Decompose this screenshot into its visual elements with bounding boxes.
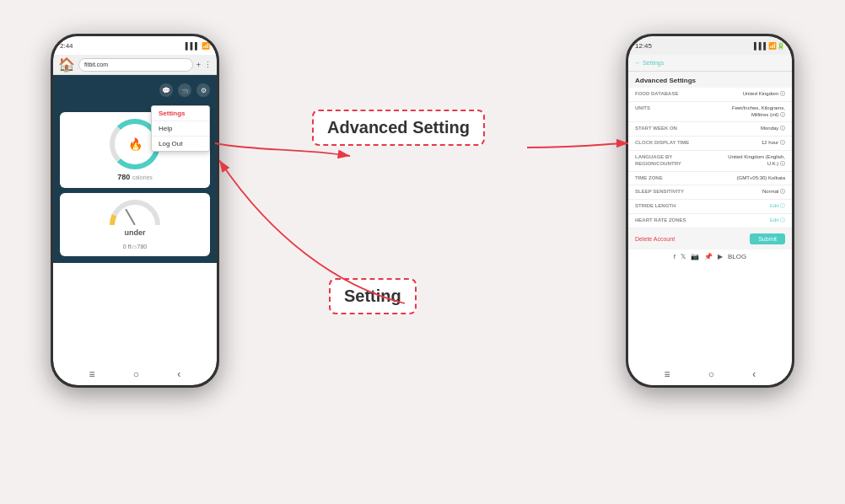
gauge-container: under 0 ft vs 780 [67, 200, 203, 249]
menu-logout[interactable]: Log Out [152, 137, 209, 151]
right-nav-menu[interactable]: ≡ [665, 368, 670, 380]
settings-footer: Delete Account Submit [628, 228, 792, 249]
menu-icon[interactable]: ⋮ [204, 61, 212, 69]
menu-settings[interactable]: Settings [152, 106, 209, 121]
left-phone: 2:44 ▌▌▌ 📶 🏠 fitbit.com + ⋮ 💬 📹 ⚙ Settin… [51, 34, 219, 388]
row-label-units: UNITS [635, 105, 650, 112]
submit-button[interactable]: Submit [750, 233, 785, 244]
url-text: fitbit.com [84, 62, 108, 67]
blog-link[interactable]: BLOG [728, 253, 746, 260]
left-nav-back[interactable]: ‹ [177, 368, 180, 380]
annotation-top-text: Advanced Setting [327, 118, 470, 137]
instagram-icon[interactable]: 📷 [691, 253, 699, 260]
right-phone-screen: 12:45 ▌▌▌📶🔋 ← Settings Advanced Settings… [628, 36, 792, 385]
row-label-food: FOOD DATABASE [635, 91, 678, 98]
row-label-timezone: TIME ZONE [635, 175, 663, 182]
activity-label: under [124, 228, 145, 237]
browser-bar: 🏠 fitbit.com + ⋮ [53, 55, 217, 75]
right-nav-back[interactable]: ‹ [752, 368, 756, 380]
row-value-stride[interactable]: Edit ⓘ [770, 203, 785, 210]
pinterest-icon[interactable]: 📌 [704, 253, 713, 260]
left-signal: ▌▌▌ 📶 [186, 42, 210, 50]
settings-content: ← Settings Advanced Settings FOOD DATABA… [628, 55, 792, 385]
social-icons: f 𝕏 📷 📌 ▶ BLOG [628, 249, 792, 264]
row-value-heartrate[interactable]: Edit ⓘ [770, 217, 785, 224]
gauge [110, 200, 160, 225]
annotation-setting: Setting [329, 278, 417, 314]
activity-stat-left: 0 ft [123, 244, 132, 249]
settings-row-startweek: START WEEK ON Monday ⓘ [628, 122, 792, 137]
settings-section-title: Advanced Settings [628, 72, 792, 88]
right-bottom-bar: ≡ ○ ‹ [628, 368, 792, 380]
gear-icon[interactable]: ⚙ [196, 83, 210, 97]
left-status-bar: 2:44 ▌▌▌ 📶 [53, 36, 217, 55]
settings-row-language: LANGUAGE BY REGION/COUNTRY United Kingdo… [628, 151, 792, 172]
activity-stats: 0 ft vs 780 [123, 244, 147, 249]
row-label-heartrate: HEART RATE ZONES [635, 217, 686, 224]
annotation-bottom-text: Setting [344, 287, 401, 305]
menu-help[interactable]: Help [152, 121, 209, 137]
row-label-startweek: START WEEK ON [635, 126, 677, 132]
row-label-language: LANGUAGE BY REGION/COUNTRY [635, 154, 702, 168]
right-time: 12:45 [635, 42, 652, 50]
row-label-clock: CLOCK DISPLAY TIME [635, 140, 689, 147]
fitbit-header: 💬 📹 ⚙ [53, 75, 217, 105]
row-value-units: Feet/Inches, Kilograms, Millitres (ml) ⓘ [718, 105, 785, 119]
settings-row-heartrate: HEART RATE ZONES Edit ⓘ [628, 214, 792, 228]
settings-row-units: UNITS Feet/Inches, Kilograms, Millitres … [628, 102, 792, 123]
settings-row-food-database: FOOD DATABASE United Kingdom ⓘ [628, 88, 792, 102]
left-bottom-bar: ≡ ○ ‹ [53, 368, 217, 380]
settings-row-timezone: TIME ZONE (GMT+05:30) Kolkata [628, 172, 792, 186]
annotation-advanced-setting: Advanced Setting [312, 110, 485, 146]
right-status-bar: 12:45 ▌▌▌📶🔋 [628, 36, 792, 55]
right-nav-home[interactable]: ○ [708, 368, 714, 380]
settings-top-bar: ← Settings [628, 55, 792, 72]
left-nav-home[interactable]: ○ [133, 368, 139, 380]
home-icon: 🏠 [58, 56, 75, 72]
twitter-icon[interactable]: 𝕏 [681, 253, 686, 260]
video-icon[interactable]: 📹 [178, 83, 191, 97]
row-value-clock: 12 hour ⓘ [762, 140, 785, 147]
facebook-icon[interactable]: f [674, 253, 675, 260]
youtube-icon[interactable]: ▶ [718, 253, 723, 260]
plus-icon[interactable]: + [196, 61, 201, 69]
activity-card: under 0 ft vs 780 [60, 193, 210, 256]
left-nav-menu[interactable]: ≡ [89, 368, 95, 380]
row-value-language: United Kingdom (English, U.K.) ⓘ [718, 154, 785, 168]
right-signal: ▌▌▌📶🔋 [754, 42, 785, 50]
row-value-startweek: Monday ⓘ [761, 126, 785, 132]
settings-breadcrumb: ← Settings [635, 60, 664, 66]
row-value-timezone: (GMT+05:30) Kolkata [736, 175, 785, 182]
activity-stat-right: 780 [137, 244, 148, 249]
url-box[interactable]: fitbit.com [78, 58, 193, 72]
activity-stat-vs: vs [132, 244, 137, 249]
row-label-sleep: SLEEP SENSITIVITY [635, 189, 684, 196]
row-value-sleep: Normal ⓘ [762, 189, 785, 196]
chat-icon[interactable]: 💬 [159, 83, 173, 97]
calories-value: 780 calories [117, 173, 153, 181]
left-time: 2:44 [60, 42, 73, 50]
dropdown-menu: Settings Help Log Out [151, 105, 210, 152]
row-value-food: United Kingdom ⓘ [743, 91, 785, 98]
right-phone: 12:45 ▌▌▌📶🔋 ← Settings Advanced Settings… [626, 34, 794, 388]
delete-account-link[interactable]: Delete Account [635, 236, 675, 242]
left-phone-screen: 2:44 ▌▌▌ 📶 🏠 fitbit.com + ⋮ 💬 📹 ⚙ Settin… [53, 36, 217, 385]
row-label-stride: STRIDE LENGTH [635, 203, 675, 210]
settings-row-stride: STRIDE LENGTH Edit ⓘ [628, 200, 792, 214]
settings-row-clock: CLOCK DISPLAY TIME 12 hour ⓘ [628, 137, 792, 151]
settings-row-sleep: SLEEP SENSITIVITY Normal ⓘ [628, 185, 792, 200]
